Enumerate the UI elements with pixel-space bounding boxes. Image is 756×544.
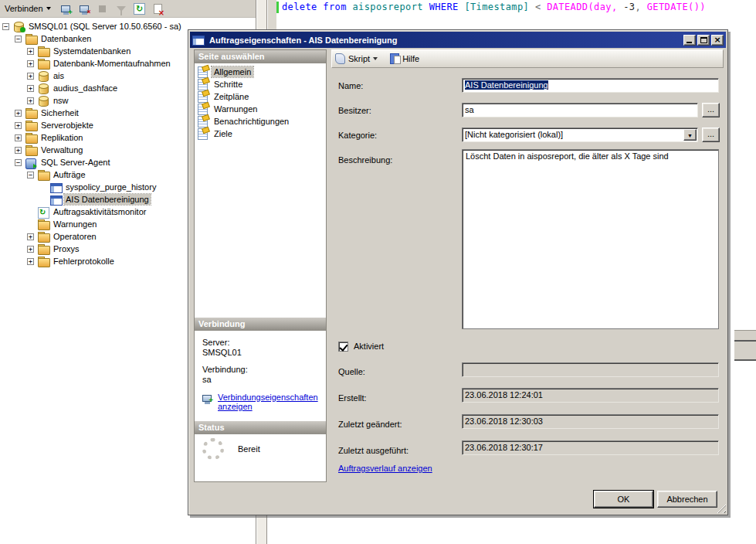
category-label: Kategorie: xyxy=(338,131,377,140)
collapse-icon[interactable]: − xyxy=(15,36,22,42)
change-tracking-bar xyxy=(276,2,279,13)
expand-icon[interactable]: + xyxy=(27,60,34,67)
disconnect-icon[interactable]: × xyxy=(77,2,91,15)
sql-token: WHERE xyxy=(429,2,465,12)
page-item-warnungen[interactable]: Warnungen xyxy=(195,103,326,115)
collapse-icon[interactable]: − xyxy=(15,159,22,166)
category-browse-button[interactable]: ... xyxy=(702,128,720,142)
page-item-label[interactable]: Ziele xyxy=(212,128,235,139)
expand-icon[interactable]: + xyxy=(15,110,22,117)
page-item-schritte[interactable]: Schritte xyxy=(195,78,326,90)
page-item-ziele[interactable]: Ziele xyxy=(195,128,326,140)
folder-icon xyxy=(38,59,49,69)
ok-button[interactable]: OK xyxy=(594,491,653,508)
sql-line[interactable]: delete from aisposreport WHERE [Timestam… xyxy=(282,2,706,13)
running-badge-icon xyxy=(20,27,25,32)
job-properties-dialog: Auftragseigenschaften - AIS Datenbereini… xyxy=(188,29,728,515)
tree-item-label[interactable]: ais xyxy=(52,70,66,81)
maximize-button[interactable] xyxy=(697,35,710,46)
tree-item-label[interactable]: Aufträge xyxy=(52,169,87,180)
db-icon xyxy=(38,71,49,81)
tree-item-label[interactable]: Serverobjekte xyxy=(39,120,95,131)
owner-browse-button[interactable]: ... xyxy=(702,103,720,117)
folder-icon xyxy=(25,121,36,131)
expand-icon[interactable]: + xyxy=(15,147,22,154)
page-item-allgemein[interactable]: Allgemein xyxy=(195,66,326,78)
close-button[interactable]: × xyxy=(711,35,724,46)
sql-token: -3 xyxy=(623,2,635,12)
expand-icon[interactable]: + xyxy=(27,97,34,104)
tree-item-label[interactable]: Datenbanken xyxy=(39,33,93,44)
page-icon xyxy=(198,116,208,128)
enabled-checkbox[interactable] xyxy=(338,342,348,352)
page-item-benachrichtigungen[interactable]: Benachrichtigungen xyxy=(195,115,326,128)
page-item-label[interactable]: Schritte xyxy=(212,79,245,90)
select-page-header: Seite auswählen xyxy=(195,50,326,63)
dialog-title: Auftragseigenschaften - AIS Datenbereini… xyxy=(209,36,682,45)
tree-item-label[interactable]: syspolicy_purge_history xyxy=(64,182,158,192)
combo-arrow-icon[interactable]: ▼ xyxy=(683,129,697,141)
description-textarea[interactable]: Löscht Daten in aisposreport, die älter … xyxy=(462,149,719,329)
expand-icon[interactable]: + xyxy=(27,246,34,253)
tree-item-label[interactable]: Datenbank-Momentaufnahmen xyxy=(52,58,172,69)
tree-item-label[interactable]: SMSQL01 (SQL Server 10.50.6560 - sa) xyxy=(27,21,183,32)
folder-icon xyxy=(25,108,36,118)
tree-item-label[interactable]: Operatoren xyxy=(52,231,98,242)
expand-icon[interactable]: + xyxy=(27,73,34,80)
folder-icon xyxy=(38,46,49,56)
modified-label: Zuletzt geändert: xyxy=(338,420,402,429)
sql-token: GETDATE()) xyxy=(647,2,706,12)
cancel-button[interactable]: Abbrechen xyxy=(657,491,717,508)
chevron-down-icon[interactable] xyxy=(373,57,378,60)
script-error-icon[interactable] xyxy=(151,2,165,15)
help-button[interactable]: Hilfe xyxy=(402,54,419,63)
expand-icon[interactable]: + xyxy=(27,85,34,92)
tree-item-label[interactable]: Fehlerprotokolle xyxy=(52,256,116,267)
name-input[interactable]: AIS Datenbereinigung xyxy=(462,78,719,93)
modified-value: 23.06.2018 12:30:03 xyxy=(462,414,719,429)
tree-item-label[interactable]: AIS Datenbereinigung xyxy=(64,194,151,205)
sql-token: < xyxy=(535,2,547,12)
tree-item-label[interactable]: Systemdatenbanken xyxy=(52,46,132,56)
page-item-label[interactable]: Warnungen xyxy=(212,104,259,114)
connection-properties-link[interactable]: Verbindungseigenschaftenanzeigen xyxy=(218,393,318,411)
server-icon xyxy=(13,22,24,32)
tree-item-label[interactable]: Warnungen xyxy=(52,219,98,230)
enabled-label: Aktiviert xyxy=(354,342,384,351)
owner-input[interactable]: sa xyxy=(462,103,698,117)
tree-item-label[interactable]: audius_dashface xyxy=(52,83,119,94)
refresh-icon[interactable]: ↻ xyxy=(133,2,147,15)
dialog-titlebar[interactable]: Auftragseigenschaften - AIS Datenbereini… xyxy=(190,32,726,48)
connect-dropdown-button[interactable]: Verbinden xyxy=(2,2,54,15)
page-icon xyxy=(198,104,208,115)
expand-icon[interactable]: + xyxy=(15,134,22,141)
expand-icon[interactable]: + xyxy=(15,122,22,129)
script-icon xyxy=(335,53,345,64)
expand-icon[interactable]: + xyxy=(27,48,34,55)
collapse-icon[interactable]: − xyxy=(2,23,9,30)
tree-item-label[interactable]: Proxys xyxy=(52,243,81,254)
tree-item-label[interactable]: SQL Server-Agent xyxy=(39,157,111,168)
category-select[interactable]: [Nicht kategorisiert (lokal)] ▼ xyxy=(462,128,698,142)
expand-icon[interactable]: + xyxy=(27,233,34,240)
page-item-label[interactable]: Zeitpläne xyxy=(212,91,251,102)
job-history-link[interactable]: Auftragsverlauf anzeigen xyxy=(338,464,432,473)
job-icon xyxy=(192,35,203,45)
page-item-label[interactable]: Benachrichtigungen xyxy=(212,116,291,127)
folder-icon xyxy=(38,170,49,180)
dialog-nav-panel: Seite auswählen AllgemeinSchritteZeitplä… xyxy=(194,49,327,482)
minimize-button[interactable] xyxy=(683,35,696,46)
connect-icon[interactable]: + xyxy=(59,2,73,15)
tree-item-label[interactable]: Verwaltung xyxy=(39,144,84,155)
db-icon xyxy=(38,96,49,106)
tree-item-label[interactable]: Sicherheit xyxy=(39,107,80,118)
collapse-icon[interactable]: − xyxy=(27,172,34,178)
page-item-zeitpläne[interactable]: Zeitpläne xyxy=(195,90,326,103)
page-item-label[interactable]: Allgemein xyxy=(212,66,253,77)
expand-icon[interactable]: + xyxy=(27,258,34,265)
tree-item-label[interactable]: nsw xyxy=(52,95,70,106)
script-button[interactable]: Skript xyxy=(348,54,370,63)
tree-item-label[interactable]: Auftragsaktivitätsmonitor xyxy=(52,206,147,217)
sql-token: delete from xyxy=(282,2,353,12)
tree-item-label[interactable]: Replikation xyxy=(39,132,84,143)
